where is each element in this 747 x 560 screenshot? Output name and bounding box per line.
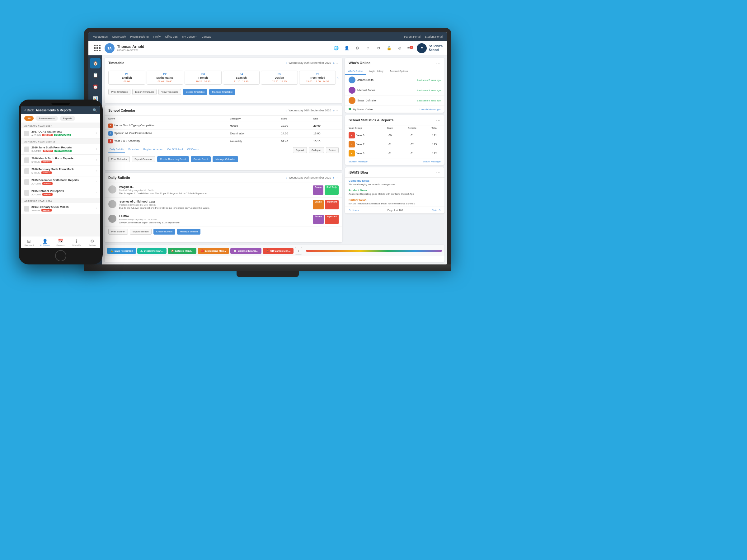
phone-nav-settings[interactable]: ⚙ Settings (84, 238, 100, 247)
report-ucas[interactable]: 2017 UCAS Statements AUTUMN REPORT PDF A… (21, 128, 100, 139)
phone-nav-dashboard[interactable]: ⊞ Dashboard (21, 238, 37, 247)
print-bulletin-btn[interactable]: Print Bulletin (108, 229, 128, 235)
blog-menu[interactable]: ··· (436, 170, 441, 175)
susan-name: Susan Johnston (357, 99, 415, 102)
nav-openapply[interactable]: OpenApply (112, 35, 126, 38)
export-bulletin-btn[interactable]: Export Bulletin (130, 229, 152, 235)
report-feb-sixth[interactable]: 2016 February Sixth Form Mock SPRING REP… (21, 165, 100, 177)
tab-account-options[interactable]: Account Options (387, 68, 411, 75)
tab-detention[interactable]: Detention (127, 147, 140, 153)
bulletin-actions: Print Bulletin Export Bulletin Create Bu… (105, 227, 342, 237)
manage-calendar-btn[interactable]: Manage Calendar (212, 156, 238, 162)
refresh-icon[interactable]: ↻ (375, 44, 383, 52)
main-layout: 🏠 📋 ⏰ 📊 🚫 📝 🚫 📄 👥 🖥 ⚙ 🏆 ⋯ (88, 55, 447, 264)
question-icon[interactable]: ? (364, 44, 372, 52)
collapse-btn[interactable]: Collapse (309, 147, 324, 153)
stats-menu[interactable]: ··· (436, 117, 441, 123)
tab-estates[interactable]: 🏠 Estates Mana... (168, 248, 197, 254)
phone-nav-mychildren[interactable]: 👤 My Children (37, 238, 53, 247)
gear-icon[interactable]: ⚙ (353, 44, 361, 52)
export-calendar-btn[interactable]: Export Calendar (132, 156, 155, 162)
report-march-sixth[interactable]: 2016 March Sixth Form Reports SPRING REP… (21, 155, 100, 165)
sidebar-item-reports[interactable]: 📋 (90, 70, 101, 80)
create-event-btn[interactable]: Create Event (191, 156, 211, 162)
phone-back-btn[interactable]: < Back (24, 109, 34, 112)
view-timetable-btn[interactable]: View Timetable (158, 89, 181, 95)
phone-tab-all[interactable]: All (24, 116, 34, 121)
michael-time: Last seen 3 mins ago (417, 89, 441, 92)
launch-messenger-btn[interactable]: Launch Messenger (419, 108, 441, 111)
export-timetable-btn[interactable]: Export Timetable (132, 89, 157, 95)
phone-tab-reports[interactable]: Reports (60, 116, 75, 121)
print-calendar-btn[interactable]: Print Calendar (108, 156, 130, 162)
periods-next[interactable]: › (337, 75, 339, 80)
phone-tab-assessments[interactable]: Assessments (35, 116, 58, 121)
calendar-card: School Calendar ‹ Wednesday 09th Septemb… (105, 105, 342, 170)
create-timetable-btn[interactable]: Create Timetable (183, 89, 208, 95)
tab-register-absence[interactable]: Register Absence (142, 147, 164, 153)
calendar-menu[interactable]: ··· (334, 108, 339, 113)
tab-exclusions[interactable]: ⛔ Exclusions Man... (198, 248, 229, 254)
list-icon[interactable]: ≡ 1 (406, 44, 414, 52)
nav-roombooking[interactable]: Room Booking (130, 35, 149, 38)
nav-myconcern[interactable]: My Concern (182, 35, 197, 38)
timetable-menu[interactable]: ··· (334, 60, 339, 65)
report-gcse-mocks[interactable]: 2014 February GCSE Mocks SPRING REPORT › (21, 203, 100, 214)
tab-data-protection[interactable]: 🔒 Data Protection (107, 248, 136, 254)
nav-firefly[interactable]: Firefly (153, 35, 161, 38)
user-circle-icon[interactable]: 👤 (343, 44, 351, 52)
tab-whos-online[interactable]: Who's Online (345, 68, 366, 75)
estates-icon: 🏠 (171, 249, 174, 252)
nav-office365[interactable]: Office 365 (165, 35, 178, 38)
report-dec-sixth[interactable]: 2015 December Sixth Form Reports AUTUMN … (21, 177, 100, 187)
create-recurring-btn[interactable]: Create Recurring Event (157, 156, 189, 162)
delete-btn[interactable]: Delete (326, 147, 339, 153)
blog-older-btn[interactable]: Older ⊙ (431, 209, 441, 212)
expand-btn[interactable]: Expand (293, 147, 307, 153)
tab-daily-bulletin[interactable]: Daily Bulletin (108, 147, 125, 153)
period-p1-label: P1 (110, 73, 143, 76)
print-timetable-btn[interactable]: Print Timetable (108, 89, 130, 95)
manage-bulletin-btn[interactable]: Manage Bulletin (177, 229, 201, 235)
student-portal-link[interactable]: Student Portal (425, 35, 443, 38)
report-june-sixth[interactable]: 2016 June Sixth Form Reports SUMMER REPO… (21, 144, 100, 155)
online-status-bar: My Status: Online Launch Messenger (345, 106, 444, 113)
tab-discipline[interactable]: ⚠ Discipline Man... (137, 248, 166, 254)
blog-newer-btn[interactable]: ⊙ Newer (349, 209, 359, 212)
report-oct-vi[interactable]: 2015 October VI Reports AUTUMN REPORT › (21, 187, 100, 198)
online-menu[interactable]: ··· (436, 60, 441, 65)
logout-icon[interactable]: ⎋ (395, 44, 404, 52)
tab-login-history[interactable]: Login History (366, 68, 387, 75)
create-bulletin-btn[interactable]: Create Bulletin (153, 229, 175, 235)
timetable-prev[interactable]: ‹ (286, 61, 287, 65)
school-manager-link[interactable]: School Manager (423, 160, 441, 163)
grid-menu-icon[interactable] (93, 44, 101, 53)
march-sixth-term: SPRING (31, 161, 40, 163)
lock-icon[interactable]: 🔒 (385, 44, 393, 52)
laptop-frame: ManageBac OpenApply Room Booking Firefly… (84, 28, 451, 264)
nav-canvas[interactable]: Canvas (202, 35, 211, 38)
bulletin-nav: ‹ Wednesday 09th September 2020 › (286, 176, 334, 180)
bulletin-prev[interactable]: ‹ (286, 176, 287, 180)
calendar-prev[interactable]: ‹ (286, 109, 287, 112)
tab-off-games[interactable]: 🏃 Off Games Man... (263, 248, 293, 254)
parent-portal-link[interactable]: Parent Portal (404, 35, 420, 38)
phone-home-btn[interactable] (55, 250, 66, 261)
flag-icon[interactable]: 🌐 (332, 44, 340, 52)
event1-name: HHouse Touch Typing Competition (105, 122, 226, 129)
sidebar-item-clock[interactable]: ⏰ (90, 81, 101, 92)
phone-nav-followup[interactable]: ℹ Follow Up (69, 238, 84, 247)
tab-external-exams[interactable]: 📋 External Exams... (230, 248, 261, 254)
bulletin-menu[interactable]: ··· (334, 175, 339, 180)
sidebar-item-dashboard[interactable]: 🏠 (90, 58, 101, 69)
tab-off-games[interactable]: Off Games (186, 147, 201, 153)
student-manager-link[interactable]: Student Manager (349, 160, 367, 163)
susan-avatar (349, 97, 356, 104)
bottom-tabs-chevron[interactable]: › (295, 247, 302, 255)
manage-timetable-btn[interactable]: Manage Timetable (209, 89, 235, 95)
nav-managebac[interactable]: ManageBac (93, 35, 108, 38)
year8-badge: 8 (349, 150, 355, 157)
tab-out-of-school[interactable]: Out Of School (166, 147, 184, 153)
phone-nav-calendar[interactable]: 📅 Calenda... (53, 238, 69, 247)
phone-search-icon[interactable]: 🔍 (93, 108, 97, 112)
